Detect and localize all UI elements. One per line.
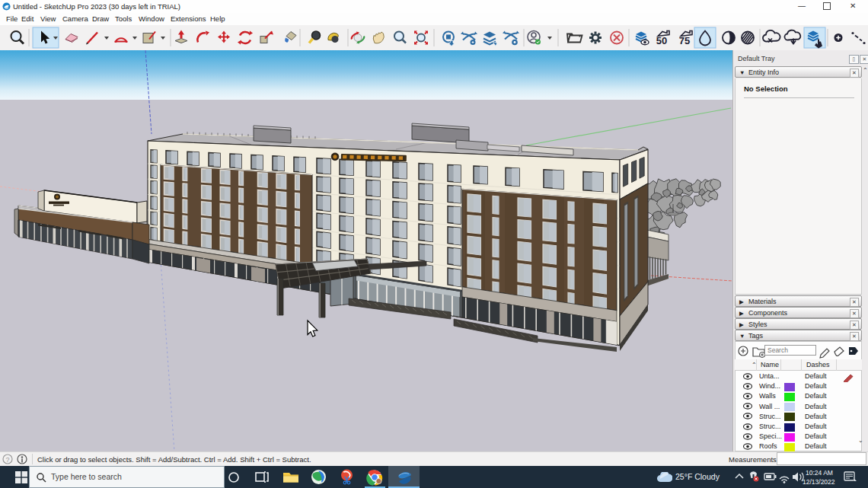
svg-text:75: 75 <box>679 35 690 46</box>
svg-text:?: ? <box>5 456 9 464</box>
svg-text:50: 50 <box>656 35 667 46</box>
